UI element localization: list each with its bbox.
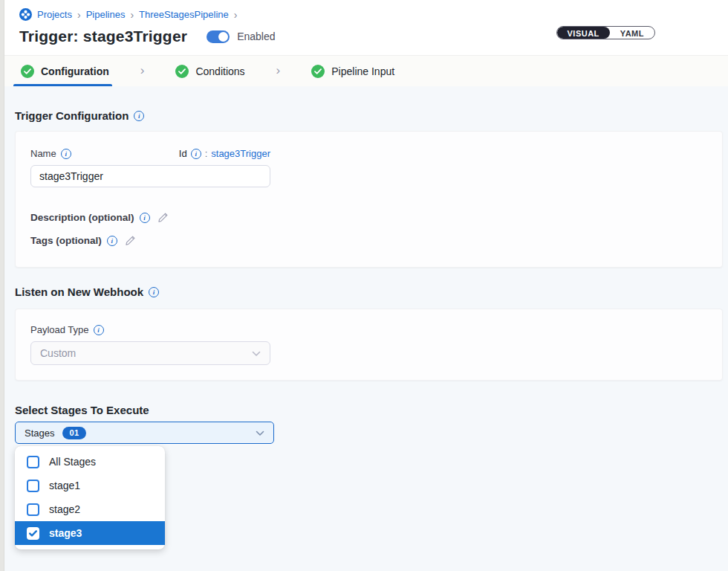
edit-tags-icon[interactable] (125, 235, 136, 246)
payload-type-select[interactable]: Custom (30, 341, 270, 365)
tab-pipeline-input[interactable]: Pipeline Input (311, 65, 394, 78)
select-stages-heading: Select Stages To Execute (15, 404, 723, 416)
nav-edge-gutter (0, 0, 4, 571)
heading-text: Select Stages To Execute (15, 404, 149, 416)
description-row: Description (optional) i (30, 212, 707, 223)
name-label-text: Name (30, 148, 56, 159)
page-title: Trigger: stage3Trigger (19, 28, 187, 45)
chevron-right-icon: › (140, 63, 145, 80)
tab-label: Configuration (41, 65, 109, 77)
checkbox-unchecked[interactable] (27, 456, 39, 468)
yaml-toggle-button[interactable]: YAML (610, 27, 654, 39)
info-icon[interactable]: i (149, 287, 159, 297)
info-icon[interactable]: i (94, 325, 104, 335)
check-circle-icon (175, 65, 189, 78)
check-circle-icon (21, 65, 34, 78)
edit-description-icon[interactable] (157, 212, 169, 223)
wizard-tabbar: Configuration › Conditions › Pipeline In… (0, 56, 728, 86)
page-header: Projects › Pipelines › ThreeStagesPipeli… (0, 0, 728, 56)
stage-option-all-stages[interactable]: All Stages (15, 450, 165, 474)
chevron-right-icon: › (276, 63, 281, 80)
stages-dropdown-menu: All Stages stage1 stage2 stage3 (15, 446, 165, 549)
stages-count-badge: 01 (62, 427, 85, 439)
webhook-heading: Listen on New Webhook i (15, 286, 723, 298)
name-label: Name i (30, 148, 71, 159)
stage-option-stage2[interactable]: stage2 (15, 497, 165, 521)
tab-configuration[interactable]: Configuration (21, 65, 109, 78)
visual-yaml-toggle: VISUAL YAML (556, 26, 656, 39)
heading-text: Trigger Configuration (15, 109, 129, 122)
option-label: stage2 (49, 503, 80, 515)
trigger-configuration-card: Name i Id i : stage3Trigger Description … (15, 131, 723, 268)
info-icon[interactable]: i (134, 111, 144, 121)
description-label: Description (optional) (30, 212, 134, 223)
trigger-name-input[interactable] (30, 165, 270, 187)
checkbox-unchecked[interactable] (27, 503, 39, 516)
tab-conditions[interactable]: Conditions (175, 65, 244, 78)
breadcrumb-separator: › (130, 9, 134, 20)
webhook-card: Payload Type i Custom (15, 309, 723, 381)
option-label: stage1 (49, 480, 80, 491)
breadcrumb: Projects › Pipelines › ThreeStagesPipeli… (19, 8, 713, 21)
breadcrumb-separator: › (77, 9, 81, 20)
chevron-down-icon (252, 346, 261, 360)
option-label: All Stages (49, 456, 96, 468)
tab-label: Conditions (195, 65, 244, 77)
payload-type-label-text: Payload Type (30, 324, 89, 335)
checkbox-checked[interactable] (27, 527, 39, 540)
main-content: Trigger Configuration i Name i Id i : st… (0, 109, 728, 549)
breadcrumb-link-pipeline-name[interactable]: ThreeStagesPipeline (139, 9, 229, 20)
enabled-toggle[interactable] (207, 30, 230, 43)
info-icon[interactable]: i (61, 149, 71, 159)
breadcrumb-link-pipelines[interactable]: Pipelines (86, 9, 126, 20)
stages-multiselect[interactable]: Stages 01 (15, 422, 274, 444)
checkbox-unchecked[interactable] (27, 480, 39, 492)
info-icon[interactable]: i (140, 213, 150, 223)
trigger-id-value[interactable]: stage3Trigger (211, 148, 270, 159)
id-separator: : (205, 148, 208, 159)
option-label: stage3 (49, 527, 82, 539)
breadcrumb-link-projects[interactable]: Projects (37, 9, 72, 20)
tags-label: Tags (optional) (30, 235, 102, 246)
trigger-configuration-heading: Trigger Configuration i (15, 109, 723, 122)
check-circle-icon (311, 65, 325, 78)
info-icon[interactable]: i (107, 236, 117, 246)
visual-toggle-button[interactable]: VISUAL (557, 27, 610, 39)
harness-logo-icon (19, 8, 32, 21)
chevron-down-icon (256, 426, 264, 439)
breadcrumb-separator: › (234, 9, 238, 20)
payload-type-label: Payload Type i (30, 324, 707, 335)
stage-option-stage3[interactable]: stage3 (15, 521, 165, 545)
id-label-text: Id (179, 148, 187, 159)
toggle-knob (218, 32, 228, 42)
tab-label: Pipeline Input (331, 65, 394, 77)
heading-text: Listen on New Webhook (15, 286, 143, 298)
info-icon[interactable]: i (191, 149, 201, 159)
stage-option-stage1[interactable]: stage1 (15, 474, 165, 497)
payload-type-value: Custom (40, 347, 252, 359)
active-tab-underline (13, 84, 112, 86)
trigger-id: Id i : stage3Trigger (179, 148, 270, 159)
tags-row: Tags (optional) i (30, 235, 707, 246)
enabled-toggle-label: Enabled (237, 30, 275, 42)
stages-field-label: Stages (25, 428, 54, 439)
